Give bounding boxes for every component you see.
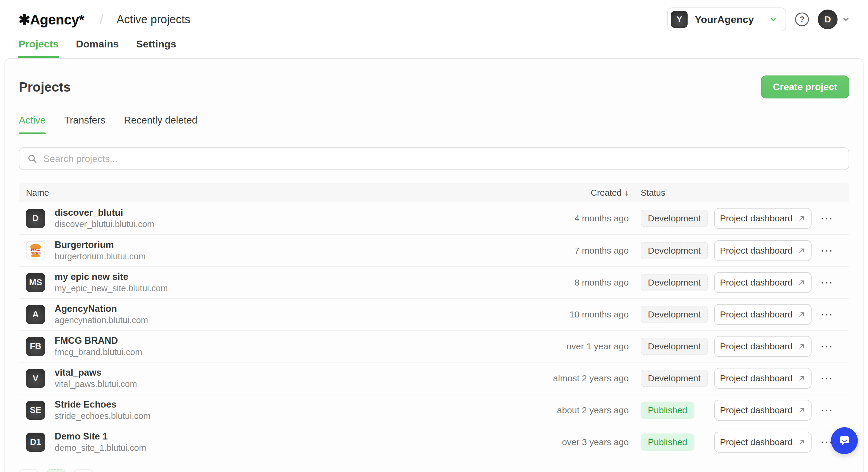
table-row[interactable]: MS my epic new site my_epic_new_site.blu… <box>19 266 849 298</box>
row-more-button[interactable]: ⋯ <box>817 241 836 260</box>
external-link-icon <box>798 406 806 414</box>
pagination: 1 <box>19 469 849 472</box>
project-name[interactable]: AgencyNation <box>55 303 148 314</box>
project-initials-avatar: A <box>26 305 45 324</box>
tab-projects[interactable]: Projects <box>19 38 59 58</box>
subtab-transfers[interactable]: Transfers <box>64 114 105 134</box>
external-link-icon <box>798 278 806 287</box>
external-link-icon <box>798 214 806 223</box>
project-name[interactable]: FMCG BRAND <box>55 335 142 346</box>
workspace-avatar: Y <box>671 11 688 28</box>
workspace-switcher[interactable]: Y YourAgency <box>667 7 786 31</box>
created-at: over 1 year ago <box>567 341 629 351</box>
project-name[interactable]: Stride Echoes <box>55 399 151 410</box>
created-at: 7 months ago <box>575 245 629 256</box>
status-badge: Published <box>641 434 694 451</box>
row-more-button[interactable]: ⋯ <box>817 401 836 419</box>
table-row[interactable]: A AgencyNation agencynation.blutui.com 1… <box>19 298 849 330</box>
project-name[interactable]: discover_blutui <box>55 207 154 218</box>
column-header-created[interactable]: Created ↓ <box>591 188 629 198</box>
search-icon <box>27 154 37 164</box>
created-at: almost 2 years ago <box>553 373 629 383</box>
status-badge: Development <box>641 338 708 355</box>
subtab-recently-deleted[interactable]: Recently deleted <box>124 114 197 134</box>
project-domain: burgertorium.blutui.com <box>55 251 146 262</box>
page-title: Projects <box>19 80 71 95</box>
chevron-down-icon <box>769 15 778 24</box>
project-name[interactable]: Burgertorium <box>55 239 146 250</box>
project-dashboard-button[interactable]: Project dashboard <box>714 304 811 325</box>
user-avatar: D <box>818 9 838 29</box>
help-icon[interactable]: ? <box>795 12 809 26</box>
created-at: 4 months ago <box>575 213 629 224</box>
row-more-button[interactable]: ⋯ <box>817 305 836 324</box>
status-badge: Development <box>641 242 708 259</box>
project-dashboard-button[interactable]: Project dashboard <box>714 240 811 261</box>
created-at: over 3 years ago <box>562 437 629 447</box>
project-dashboard-button[interactable]: Project dashboard <box>714 368 811 389</box>
project-dashboard-button[interactable]: Project dashboard <box>714 272 811 293</box>
row-more-button[interactable]: ⋯ <box>817 273 836 292</box>
project-initials-avatar: D <box>26 209 45 228</box>
project-name[interactable]: vital_paws <box>55 367 137 378</box>
create-project-button[interactable]: Create project <box>761 75 849 98</box>
project-domain: fmcg_brand.blutui.com <box>55 347 142 358</box>
project-dashboard-button[interactable]: Project dashboard <box>714 336 811 357</box>
table-row[interactable]: HUGO &FRANCS Burgertorium burgertorium.b… <box>19 234 849 266</box>
project-initials-avatar: SE <box>26 401 45 420</box>
top-header: ✱Agency* / Active projects Y YourAgency … <box>0 0 868 31</box>
burger-logo-icon: HUGO &FRANCS <box>27 242 44 259</box>
pagination-prev-button[interactable] <box>19 469 38 472</box>
created-at: about 2 years ago <box>557 405 629 415</box>
project-dashboard-button[interactable]: Project dashboard <box>714 400 811 421</box>
project-domain: demo_site_1.blutui.com <box>55 442 146 453</box>
agency-logo[interactable]: ✱Agency* <box>19 11 84 28</box>
project-name[interactable]: Demo Site 1 <box>55 431 146 442</box>
table-row[interactable]: SE Stride Echoes stride_echoes.blutui.co… <box>19 394 849 426</box>
projects-table: Name Created ↓ Status D discover_blutui … <box>19 183 849 458</box>
status-badge: Development <box>641 210 708 227</box>
status-badge: Development <box>641 370 708 387</box>
table-row[interactable]: D discover_blutui discover_blutui.blutui… <box>19 202 849 234</box>
project-domain: my_epic_new_site.blutui.com <box>55 283 168 294</box>
tab-domains[interactable]: Domains <box>76 38 119 58</box>
pagination-page-1[interactable]: 1 <box>46 469 66 472</box>
search-input[interactable] <box>43 154 841 164</box>
chevron-down-icon <box>842 15 850 24</box>
project-dashboard-button[interactable]: Project dashboard <box>714 432 811 452</box>
project-initials-avatar: FB <box>26 337 45 356</box>
project-domain: vital_paws.blutui.com <box>55 379 137 390</box>
project-sub-tabs: ActiveTransfersRecently deleted <box>19 114 849 134</box>
table-row[interactable]: FB FMCG BRAND fmcg_brand.blutui.com over… <box>19 330 849 362</box>
projects-card: Projects Create project ActiveTransfersR… <box>4 58 864 472</box>
chat-launcher-button[interactable] <box>831 427 858 454</box>
external-link-icon <box>798 438 806 446</box>
svg-text:HUGO: HUGO <box>31 248 40 251</box>
tab-settings[interactable]: Settings <box>136 38 176 58</box>
sort-desc-icon: ↓ <box>625 188 629 198</box>
project-domain: discover_blutui.blutui.com <box>55 219 154 230</box>
table-header: Name Created ↓ Status <box>19 183 849 202</box>
created-at: 8 months ago <box>575 277 629 288</box>
search-box <box>19 147 849 170</box>
project-dashboard-button[interactable]: Project dashboard <box>714 208 811 229</box>
table-row[interactable]: V vital_paws vital_paws.blutui.com almos… <box>19 362 849 394</box>
main-nav-tabs: ProjectsDomainsSettings <box>0 31 868 58</box>
project-name[interactable]: my epic new site <box>55 271 168 282</box>
project-logo-avatar: HUGO &FRANCS <box>26 241 45 260</box>
row-more-button[interactable]: ⋯ <box>817 369 836 387</box>
status-badge: Published <box>641 402 694 419</box>
subtab-active[interactable]: Active <box>19 114 46 134</box>
row-more-button[interactable]: ⋯ <box>817 337 836 356</box>
user-menu[interactable]: D <box>818 9 850 29</box>
created-at: 10 months ago <box>569 309 629 319</box>
table-row[interactable]: D1 Demo Site 1 demo_site_1.blutui.com ov… <box>19 426 849 458</box>
pagination-next-button[interactable] <box>74 469 93 472</box>
project-domain: stride_echoes.blutui.com <box>55 410 151 421</box>
row-more-button[interactable]: ⋯ <box>817 209 836 228</box>
table-body: D discover_blutui discover_blutui.blutui… <box>19 202 849 458</box>
project-domain: agencynation.blutui.com <box>55 315 148 326</box>
external-link-icon <box>798 342 806 350</box>
workspace-name: YourAgency <box>695 14 754 25</box>
breadcrumb: Active projects <box>117 13 190 26</box>
